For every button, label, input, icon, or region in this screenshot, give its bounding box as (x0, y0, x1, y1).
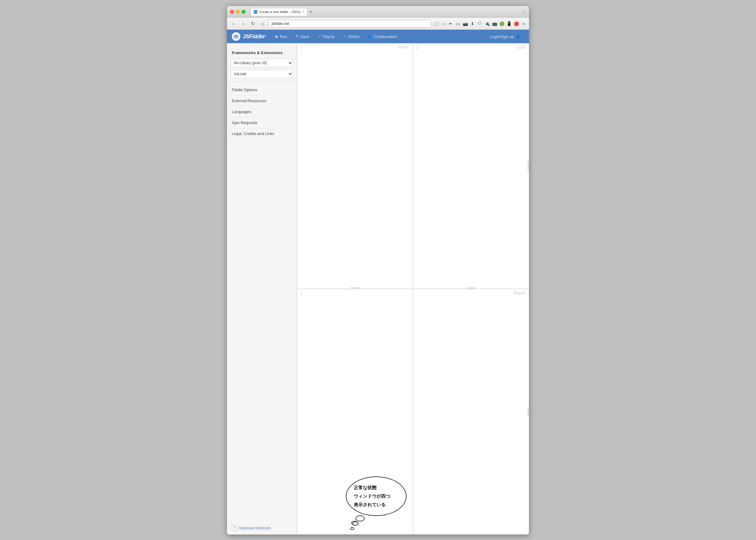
annotation-line3: 表示されている (354, 501, 399, 508)
browser-toolbar: ‹ › ↻ ⌂ jsfiddle.net ⬜ ☆ ✒ ▭ 📷 ⬇ 🛡 🔌 📺 🟢… (227, 18, 529, 30)
jshint-button[interactable]: ✓ JSHint (339, 33, 363, 41)
editor-area: 1 HTML 1 CSS 1 (297, 43, 529, 535)
svg-point-1 (235, 36, 237, 37)
tab-close-icon[interactable]: × (302, 10, 304, 14)
tab-favicon-icon (254, 10, 257, 14)
html-panel-label: HTML (398, 45, 410, 50)
jshint-icon: ✓ (343, 34, 346, 39)
annotation-line1: 正常な状態 (354, 484, 399, 491)
browser-tab[interactable]: Create a new fiddle – JSFid × (250, 8, 307, 16)
css-panel-label: CSS (517, 45, 526, 50)
sidebar-footer: ? Keyboard shortcuts (227, 522, 296, 535)
download-icon[interactable]: ⬇ (470, 21, 476, 27)
css-resize-handle-v[interactable] (527, 162, 529, 171)
result-panel-label: Result (513, 291, 526, 295)
close-button[interactable] (230, 10, 234, 14)
run-button[interactable]: ▶ Run (272, 33, 291, 41)
save-icon: ✎ (296, 34, 299, 39)
traffic-lights (230, 10, 246, 14)
library-select[interactable]: No-Library (pure JS) jQuery Mootools Pro… (231, 59, 293, 67)
load-select[interactable]: onLoad onDomReady No wrap - in <head> No… (231, 69, 293, 78)
tidyup-button[interactable]: ✓ TidyUp (314, 33, 339, 41)
url-text: jsfiddle.net (271, 22, 289, 26)
mobile-icon[interactable]: 📱 (506, 21, 512, 27)
save-button[interactable]: ✎ Save (292, 33, 313, 41)
css-panel[interactable]: 1 CSS (413, 43, 529, 289)
share-icon[interactable]: ⬜ (433, 21, 439, 27)
js-panel[interactable]: 1 正常な状態 ウィンドウが四つ 表示されている (297, 289, 413, 535)
app-body: Frameworks & Extensions No-Library (pure… (227, 43, 529, 535)
sidebar-divider-1 (227, 82, 296, 82)
collaboration-icon: 👥 (368, 34, 373, 39)
html-panel[interactable]: 1 HTML (297, 43, 413, 289)
keyboard-shortcuts-link[interactable]: Keyboard shortcuts (239, 526, 270, 530)
shield-icon[interactable]: 🛡 (477, 21, 483, 27)
forward-button[interactable]: › (239, 20, 247, 28)
circle-icon[interactable]: 🟢 (499, 21, 505, 27)
window-icon[interactable]: ▭ (455, 21, 461, 27)
refresh-button[interactable]: ↻ (249, 20, 257, 28)
header-right: Login/Sign up 👤 (486, 33, 524, 41)
css-line-number: 1 (416, 45, 418, 50)
html-line-number: 1 (300, 45, 302, 50)
app-logo-area: JSFiddleα (232, 32, 266, 41)
app-title: JSFiddleα (243, 34, 266, 40)
minimize-button[interactable] (236, 10, 240, 14)
tidyup-icon: ✓ (318, 34, 321, 39)
small-bubble-2 (350, 527, 354, 530)
menu-icon[interactable]: ≡ (520, 21, 527, 27)
app-header: JSFiddleα ▶ Run ✎ Save ✓ TidyUp ✓ JSHint… (227, 30, 529, 43)
cast-icon[interactable]: 📺 (491, 21, 497, 27)
annotation-line2: ウィンドウが四つ (354, 492, 399, 500)
fullscreen-icon[interactable]: ⤢ (522, 9, 526, 14)
browser-toolbar-icons: ⬜ ☆ ✒ ▭ 📷 ⬇ 🛡 🔌 📺 🟢 📱 🔴 ≡ (433, 21, 527, 27)
home-button[interactable]: ⌂ (259, 20, 267, 28)
extension1-icon[interactable]: 🔌 (484, 21, 490, 27)
thought-bubble-container: 正常な状態 ウィンドウが四つ 表示されている (346, 476, 406, 516)
collaboration-button[interactable]: 👥 Collaboration (364, 33, 401, 41)
tab-title: Create a new fiddle – JSFid (259, 10, 300, 14)
back-button[interactable]: ‹ (229, 20, 237, 28)
sidebar-item-languages[interactable]: Languages (227, 106, 296, 117)
new-tab-button[interactable]: + (307, 9, 314, 15)
keyboard-shortcut-icon[interactable]: ? (232, 525, 237, 531)
sidebar-item-legal[interactable]: Legal, Credits and Links (227, 128, 296, 139)
address-bar[interactable]: jsfiddle.net (268, 20, 431, 28)
tab-bar: Create a new fiddle – JSFid × + (250, 8, 520, 16)
thought-bubble: 正常な状態 ウィンドウが四つ 表示されている (346, 476, 406, 516)
js-line-number: 1 (300, 291, 302, 295)
frameworks-section-label: Frameworks & Extensions (227, 48, 296, 58)
sidebar-item-external-resources[interactable]: External Resources (227, 95, 296, 106)
sidebar-item-ajax-requests[interactable]: Ajax Requests (227, 117, 296, 128)
css-resize-handle[interactable] (467, 287, 476, 289)
sidebar: Frameworks & Extensions No-Library (pure… (227, 43, 297, 535)
result-resize-handle-v[interactable] (527, 407, 529, 416)
login-button[interactable]: Login/Sign up 👤 (486, 33, 524, 41)
sidebar-item-fiddle-options[interactable]: Fiddle Options (227, 84, 296, 95)
warning-icon[interactable]: 🔴 (513, 21, 519, 27)
user-icon: 👤 (516, 34, 520, 39)
screenshot-icon[interactable]: 📷 (462, 21, 468, 27)
bookmark-icon[interactable]: ☆ (440, 21, 446, 27)
app-logo-icon (232, 32, 240, 41)
run-icon: ▶ (275, 34, 278, 39)
html-resize-handle[interactable] (350, 287, 360, 289)
pen-tool-icon[interactable]: ✒ (448, 21, 454, 27)
result-panel[interactable]: Result (413, 289, 529, 535)
maximize-button[interactable] (242, 10, 246, 14)
browser-titlebar: Create a new fiddle – JSFid × + ⤢ (227, 6, 529, 18)
